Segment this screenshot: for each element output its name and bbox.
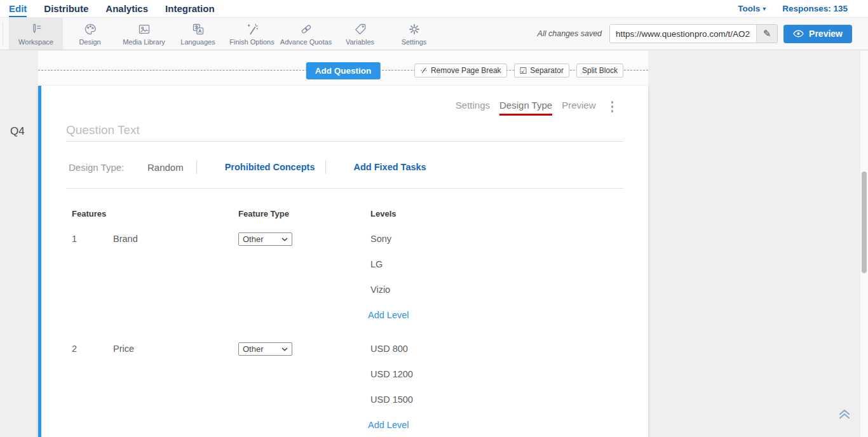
nav-tab-integration[interactable]: Integration: [165, 0, 215, 17]
feature-row: 2 Price Other USD 800 USD 1200 USD: [66, 344, 623, 430]
toolbar-item-media-library[interactable]: Media Library: [117, 18, 171, 50]
remove-page-break-label: Remove Page Break: [431, 66, 501, 75]
page-break-actions: Remove Page Break ☑ Separator Split Bloc…: [414, 64, 623, 77]
level-item[interactable]: Sony: [370, 234, 623, 259]
separator-button[interactable]: ☑ Separator: [514, 64, 569, 77]
responses-count[interactable]: Responses: 135: [782, 4, 848, 13]
levels-column: Sony LG Vizio Add Level: [370, 234, 623, 320]
toolbar-item-label: Finish Options: [229, 38, 274, 46]
tab-settings[interactable]: Settings: [456, 100, 490, 116]
remove-page-break-icon: [420, 67, 428, 74]
toolbar-item-finish-options[interactable]: Finish Options: [225, 18, 279, 50]
edit-url-button[interactable]: ✎: [756, 25, 777, 43]
primary-nav: Edit Distribute Analytics Integration: [0, 0, 215, 17]
split-block-label: Split Block: [582, 66, 618, 75]
feature-type-select[interactable]: Other: [238, 232, 292, 246]
level-item[interactable]: USD 1500: [370, 394, 623, 420]
toolbar-item-advance-quotas[interactable]: Advance Quotas: [279, 18, 333, 50]
settings-icon: [407, 22, 421, 36]
chevron-down-icon: [281, 238, 288, 241]
feature-number: 1: [66, 234, 113, 244]
tab-preview[interactable]: Preview: [562, 100, 595, 116]
features-table: Features Feature Type Levels 1 Brand Oth…: [66, 209, 623, 430]
question-number-label: Q4: [10, 125, 25, 138]
toolbar-item-label: Media Library: [123, 38, 165, 46]
survey-page: Add Question Remove Page Break ☑ Separat…: [38, 51, 648, 437]
feature-row: 1 Brand Other Sony LG Vizio: [66, 234, 623, 320]
design-type-value: Random: [147, 162, 184, 173]
toolbar-items: Workspace Design Media Library: [9, 18, 441, 50]
eye-icon: [793, 30, 804, 37]
page-break-zone: Add Question Remove Page Break ☑ Separat…: [38, 51, 648, 86]
media-library-icon: [137, 22, 151, 36]
design-type-row: Design Type: Random Prohibited Concepts …: [66, 161, 623, 173]
toolbar-item-label: Workspace: [18, 38, 53, 46]
preview-button-label: Preview: [809, 29, 843, 39]
add-level-link[interactable]: Add Level: [368, 310, 409, 320]
chevron-down-icon: [281, 347, 288, 351]
question-text-row: [66, 123, 623, 142]
toolbar-item-label: Settings: [402, 38, 427, 46]
levels-column: USD 800 USD 1200 USD 1500 Add Level: [370, 344, 623, 430]
divider: [196, 160, 197, 174]
column-header-features: Features: [66, 209, 238, 218]
preview-button[interactable]: Preview: [783, 25, 852, 43]
design-icon: [83, 22, 97, 36]
tools-label: Tools: [738, 4, 760, 13]
finish-options-icon: [245, 22, 259, 36]
save-status-text: All changes saved: [538, 29, 602, 38]
top-navigation: Edit Distribute Analytics Integration To…: [0, 0, 868, 18]
double-chevron-up-icon: [837, 407, 851, 419]
tab-design-type[interactable]: Design Type: [499, 100, 552, 116]
toolbar-item-design[interactable]: Design: [63, 18, 117, 50]
toolbar-item-languages[interactable]: Languages: [171, 18, 225, 50]
toolbar-item-workspace[interactable]: Workspace: [9, 18, 63, 50]
add-question-button[interactable]: Add Question: [306, 62, 381, 79]
toolbar-item-variables[interactable]: Variables: [333, 18, 387, 50]
checkbox-checked-icon: ☑: [520, 67, 527, 75]
scroll-to-top-button[interactable]: [836, 405, 853, 421]
prohibited-concepts-link[interactable]: Prohibited Concepts: [225, 162, 315, 172]
editor-toolbar: Workspace Design Media Library: [0, 18, 868, 50]
toolbar-item-label: Variables: [346, 38, 374, 46]
level-item[interactable]: USD 1200: [370, 369, 623, 394]
separator-label: Separator: [530, 66, 564, 75]
toolbar-item-label: Advance Quotas: [280, 38, 332, 46]
workspace-icon: [29, 22, 43, 36]
scrollbar-thumb[interactable]: [862, 171, 867, 273]
section-divider: [66, 188, 623, 189]
question-tabs: Settings Design Type Preview: [66, 86, 623, 116]
column-header-levels: Levels: [370, 209, 623, 218]
languages-icon: [191, 22, 205, 36]
nav-tab-distribute[interactable]: Distribute: [44, 0, 88, 17]
chevron-down-icon: ▾: [763, 5, 766, 12]
add-fixed-tasks-link[interactable]: Add Fixed Tasks: [354, 162, 426, 172]
question-text-input[interactable]: [66, 123, 623, 137]
feature-name[interactable]: Price: [113, 344, 238, 354]
feature-name[interactable]: Brand: [113, 234, 238, 244]
level-item[interactable]: LG: [370, 259, 623, 285]
toolbar-item-label: Languages: [180, 38, 215, 46]
features-table-header: Features Feature Type Levels: [66, 209, 623, 218]
column-header-feature-type: Feature Type: [238, 209, 370, 218]
feature-type-selected-value: Other: [243, 234, 264, 244]
tools-dropdown[interactable]: Tools ▾: [738, 4, 766, 13]
split-block-button[interactable]: Split Block: [576, 64, 623, 77]
feature-number: 2: [66, 344, 113, 354]
nav-right-group: Tools ▾ Responses: 135: [738, 4, 868, 13]
toolbar-item-label: Design: [79, 38, 100, 46]
toolbar-right-group: All changes saved ✎ Preview: [538, 18, 868, 50]
level-item[interactable]: USD 800: [370, 344, 623, 369]
level-item[interactable]: Vizio: [370, 285, 623, 310]
variables-icon: [353, 22, 367, 36]
toolbar-item-settings[interactable]: Settings: [387, 18, 441, 50]
nav-tab-edit[interactable]: Edit: [9, 0, 27, 17]
question-card: Settings Design Type Preview Design Type…: [38, 86, 648, 437]
more-options-kebab-icon[interactable]: [609, 100, 616, 114]
nav-tab-analytics[interactable]: Analytics: [105, 0, 148, 17]
add-level-link[interactable]: Add Level: [368, 420, 409, 430]
survey-url-input[interactable]: [610, 25, 756, 43]
feature-type-select[interactable]: Other: [238, 342, 292, 356]
survey-url-box: ✎: [609, 24, 778, 43]
remove-page-break-button[interactable]: Remove Page Break: [414, 64, 507, 77]
